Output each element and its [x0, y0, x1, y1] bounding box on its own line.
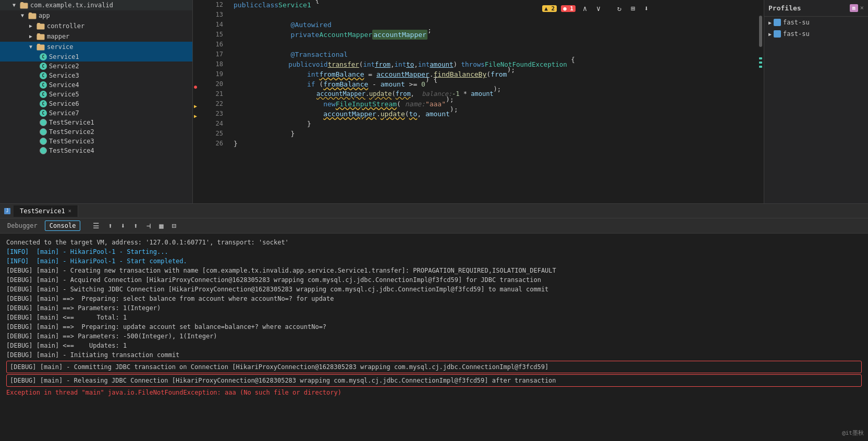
sidebar-item-service6[interactable]: C Service6: [0, 99, 192, 108]
code-line-23: accountMapper.update(to, amount);: [234, 109, 757, 119]
console-line-exception: Exception in thread "main" java.io.FileN…: [6, 388, 862, 397]
console-line-info1: [INFO] [main] - HikariPool-1 - Starting.…: [6, 247, 862, 256]
sidebar-label-service7: Service7: [49, 109, 79, 117]
expand-arrow-service: ▼: [29, 44, 35, 50]
code-line-17: @Transactional: [234, 50, 757, 59]
folder-icon-controller: [36, 22, 45, 30]
code-editor: ▲ 2 ● 1 ∧ ∨ ↻ ⊞ ⬇ ● ▶ ▶ 1213141516 17181…: [193, 0, 764, 203]
code-line-25: }: [234, 129, 757, 139]
profile-item-2[interactable]: ▶ fast-su: [764, 28, 868, 40]
console-line-highlighted2: [DEBUG] [main] - Releasing JDBC Connecti…: [6, 374, 862, 387]
sidebar-label-com: com.example.tx.invalid: [30, 2, 113, 9]
console-highlighted1-text: [DEBUG] [main] - Committing JDBC transac…: [10, 363, 548, 371]
refresh-icon[interactable]: ↻: [614, 3, 625, 14]
tab-close-button[interactable]: ×: [68, 208, 71, 214]
code-line-14: @Autowired: [234, 20, 757, 30]
sidebar-item-service4[interactable]: C Service4: [0, 80, 192, 90]
class-icon-service6: C: [40, 100, 47, 107]
arrow-up-icon[interactable]: ∧: [580, 3, 590, 14]
profile-item-1[interactable]: ▶ fast-su: [764, 17, 868, 28]
testclass-icon-testservice2: [40, 128, 47, 136]
sidebar-label-testservice3: TestService3: [49, 138, 94, 145]
folder-icon-app: [28, 11, 36, 20]
console-line-debug1: [DEBUG] [main] - Creating new transactio…: [6, 266, 862, 275]
console-line-debug5: [DEBUG] [main] ==> Parameters: 1(Integer…: [6, 303, 862, 313]
expand-arrow-mapper: ▶: [29, 33, 35, 40]
sidebar-label-service: service: [47, 43, 74, 51]
tab-debugger[interactable]: Debugger: [4, 221, 41, 230]
profile-arrow-1: ▶: [768, 20, 772, 26]
folder-icon-com: [20, 1, 28, 9]
code-line-16: [234, 40, 757, 50]
debug-clear-btn[interactable]: ⊟: [170, 220, 178, 231]
editor-scrollbar[interactable]: [757, 0, 764, 203]
debug-format-btn[interactable]: ☰: [91, 220, 102, 231]
download-icon[interactable]: ⬇: [641, 3, 652, 14]
tab-console[interactable]: Console: [45, 220, 81, 231]
code-line-12: public class Service1 {: [234, 0, 757, 10]
folder-icon-service: [36, 43, 45, 51]
expand-arrow-com: ▼: [13, 2, 19, 8]
close-panel-button[interactable]: ×: [860, 4, 864, 12]
console-line-debug3: [DEBUG] [main] - Switching JDBC Connecti…: [6, 285, 862, 294]
console-line-info2: [INFO] [main] - HikariPool-1 - Start com…: [6, 256, 862, 266]
warning-badge: ▲ 2: [542, 5, 557, 12]
right-panel: Profiles m × ▶ fast-su ▶ fast-su: [764, 0, 868, 203]
sidebar-label-service2: Service2: [49, 63, 79, 70]
debug-save-btn[interactable]: ⬆: [131, 220, 140, 231]
sidebar-item-service[interactable]: ▼ service: [0, 42, 192, 52]
bottom-tab-bar: J TestService1 ×: [0, 203, 868, 218]
code-line-26: }: [234, 139, 757, 149]
sidebar-label-testservice1: TestService1: [49, 119, 94, 126]
sidebar-label-service6: Service6: [49, 100, 79, 107]
sidebar-label-service3: Service3: [49, 72, 79, 79]
debug-pin-btn[interactable]: ⊣: [144, 220, 153, 231]
debugger-toolbar: Debugger Console ☰ ⬆ ⬇ ⬆ ⊣ ▦ ⊟: [0, 218, 868, 234]
profile-folder-icon-2: [774, 30, 781, 38]
sidebar-label-service1: Service1: [49, 53, 79, 60]
class-icon-service2: C: [40, 63, 47, 70]
add-config-icon[interactable]: ⊞: [628, 3, 638, 14]
debug-down-btn[interactable]: ⬇: [119, 220, 127, 231]
console-line-debug10: [DEBUG] [main] - Initiating transaction …: [6, 350, 862, 360]
console-line-debug9: [DEBUG] [main] <== Updates: 1: [6, 341, 862, 350]
code-content[interactable]: public class Service1 { @Autowired priva…: [228, 0, 757, 203]
sidebar-item-testservice3[interactable]: TestService3: [0, 137, 192, 146]
sidebar-item-app[interactable]: ▼ app: [0, 10, 192, 21]
right-panel-header: Profiles m ×: [764, 0, 868, 17]
tab-console-label: Console: [50, 222, 76, 229]
sidebar-item-service2[interactable]: C Service2: [0, 62, 192, 71]
console-line-debug7: [DEBUG] [main] ==> Preparing: update acc…: [6, 322, 862, 332]
sidebar-item-service7[interactable]: C Service7: [0, 108, 192, 118]
gutter-warn-22: ▶: [194, 113, 197, 119]
sidebar-label-controller: controller: [47, 22, 84, 30]
class-icon-service3: C: [40, 72, 47, 79]
sidebar-item-com-example[interactable]: ▼ com.example.tx.invalid: [0, 0, 192, 10]
profile-label-2: fast-su: [783, 30, 810, 38]
debug-table-btn[interactable]: ▦: [157, 220, 165, 231]
profiles-title: Profiles: [768, 4, 801, 12]
sidebar-item-testservice2[interactable]: TestService2: [0, 127, 192, 137]
tab-testservice1[interactable]: TestService1 ×: [14, 205, 78, 217]
sidebar-item-service3[interactable]: C Service3: [0, 71, 192, 80]
arrow-down-icon[interactable]: ∨: [593, 3, 604, 14]
scroll-mark-3: [759, 66, 762, 68]
console-output[interactable]: Connected to the target VM, address: '12…: [0, 234, 868, 441]
gutter-error-20: ●: [194, 84, 197, 90]
line-numbers: 1213141516 1718192021 2223242526: [203, 0, 228, 203]
console-line-connected: Connected to the target VM, address: '12…: [6, 238, 862, 247]
sidebar-item-testservice1[interactable]: TestService1: [0, 118, 192, 127]
sidebar-item-mapper[interactable]: ▶ mapper: [0, 31, 192, 42]
debug-up-btn[interactable]: ⬆: [106, 220, 114, 231]
sidebar-item-service1[interactable]: C Service1: [0, 52, 192, 62]
sidebar-item-service5[interactable]: C Service5: [0, 90, 192, 99]
expand-arrow-app: ▼: [21, 13, 27, 19]
testclass-icon-testservice1: [40, 119, 47, 126]
testclass-icon-testservice4: [40, 147, 47, 154]
class-icon-service4: C: [40, 81, 47, 89]
scroll-mark-1: [759, 57, 762, 59]
sidebar-item-testservice4[interactable]: TestService4: [0, 146, 192, 155]
class-icon-service7: C: [40, 109, 47, 117]
sidebar-item-controller[interactable]: ▶ controller: [0, 21, 192, 31]
console-line-debug8: [DEBUG] [main] ==> Parameters: -500(Inte…: [6, 332, 862, 341]
